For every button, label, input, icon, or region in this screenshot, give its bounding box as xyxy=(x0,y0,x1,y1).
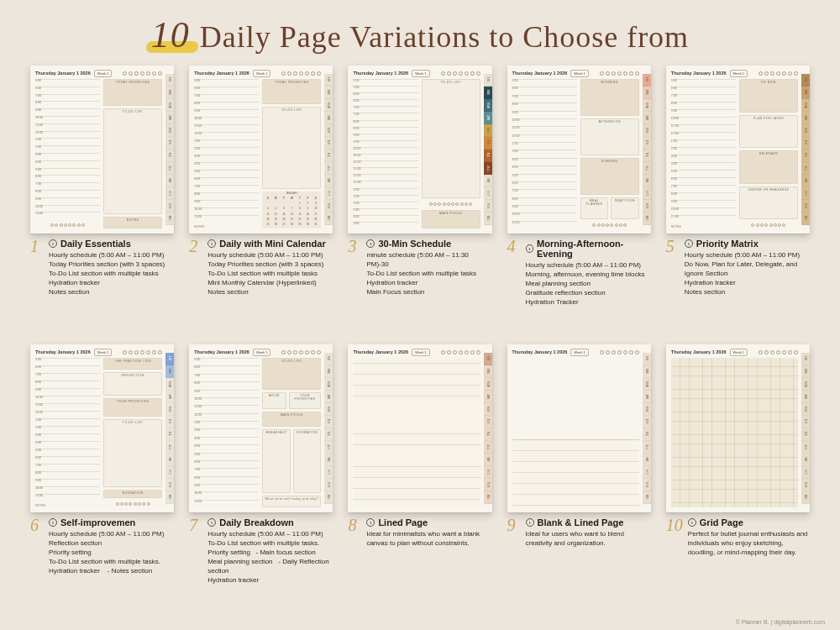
chevron-right-icon: › xyxy=(49,239,57,248)
month-tabs: JANFEBMARAPRMAYJUNJULAUGSEPOCTNOVDEC xyxy=(484,74,492,225)
month-tabs: JANFEBMARAPRMAYJUNJULAUGSEPOCTNOVDEC xyxy=(484,353,492,504)
main-focus-block xyxy=(422,210,480,228)
todo-block xyxy=(422,79,480,198)
variation-1: JANFEBMARAPRMAYJUNJULAUGSEPOCTNOVDEC Thu… xyxy=(30,66,174,338)
variation-number: 7 xyxy=(189,517,202,585)
evening-block xyxy=(580,158,639,195)
delegate-block xyxy=(739,150,798,184)
thumb-5: JANFEBMARAPRMAYJUNJULAUGSEPOCTNOVDEC Thu… xyxy=(666,66,810,234)
variation-bullets: Hourly schedule (5:00 AM – 11:00 PM)Toda… xyxy=(207,250,333,297)
todo-block xyxy=(262,107,321,189)
thumb-1: JANFEBMARAPRMAYJUNJULAUGSEPOCTNOVDEC Thu… xyxy=(30,66,174,234)
date-label: Thursday January 1 2026 xyxy=(35,71,91,76)
chevron-right-icon: › xyxy=(366,518,375,527)
hydration-tracker xyxy=(739,222,798,228)
thumb-6: JANFEBMARAPRMAYJUNJULAUGSEPOCTNOVDEC Thu… xyxy=(30,344,174,512)
variation-number: 10 xyxy=(666,517,683,557)
lined-area xyxy=(353,358,480,507)
practice-block xyxy=(103,358,162,370)
month-tabs: JANFEBMARAPRMAYJUNJULAUGSEPOCTNOVDEC xyxy=(643,353,651,504)
page-title: 10 Daily Page Variations to Choose from xyxy=(0,13,840,56)
chevron-right-icon: › xyxy=(207,239,216,248)
title-count: 10 xyxy=(151,13,190,56)
variation-5: JANFEBMARAPRMAYJUNJULAUGSEPOCTNOVDEC Thu… xyxy=(666,66,810,338)
variation-10: JANFEBMARAPRMAYJUNJULAUGSEPOCTNOVDEC Thu… xyxy=(666,344,810,617)
variation-number: 1 xyxy=(30,239,44,297)
todo-block xyxy=(262,358,321,390)
notes-label: NOTES xyxy=(35,504,100,507)
meal-planner-block xyxy=(580,197,609,219)
footer-credit: © Planner B. | digitalplannerb.com xyxy=(736,619,825,625)
variation-title: Blank & Lined Page xyxy=(538,517,624,528)
month-tabs: JANFEBMARAPRMAYJUNJULAUGSEPOCTNOVDEC xyxy=(324,74,333,225)
variation-title: Daily Breakdown xyxy=(219,517,294,528)
hour-schedule xyxy=(671,79,736,223)
hydration-tracker xyxy=(103,501,162,507)
priorities-block xyxy=(103,398,162,417)
morning-block xyxy=(580,79,639,116)
variation-4: JANFEBMARAPRMAYJUNJULAUGSEPOCTNOVDEC Thu… xyxy=(507,66,651,338)
reflection-block xyxy=(103,372,162,396)
mood-block xyxy=(262,392,286,409)
variation-title: Morning-Afternoon-Evening xyxy=(537,239,651,259)
variation-bullets: Ideal for users who want to blend creati… xyxy=(526,529,651,548)
thumb-10: JANFEBMARAPRMAYJUNJULAUGSEPOCTNOVDEC Thu… xyxy=(666,344,810,512)
hydration-block xyxy=(293,429,322,493)
variation-number: 9 xyxy=(507,517,521,548)
title-rest: Daily Page Variations to Choose from xyxy=(200,20,689,54)
today-priorities-block xyxy=(262,79,321,104)
blank-lined-area xyxy=(512,358,639,507)
variation-title: Daily Essentials xyxy=(60,239,131,249)
month-tabs: JANFEBMARAPRMAYJUNJULAUGSEPOCTNOVDEC xyxy=(324,353,333,504)
date-bar: Thursday January 1 2026 Week 1 xyxy=(35,69,162,77)
thumb-2: JANFEBMARAPRMAYJUNJULAUGSEPOCTNOVDEC Thu… xyxy=(189,66,333,234)
do-now-block xyxy=(739,79,798,113)
today-priorities-block xyxy=(103,79,162,106)
month-tabs: JANFEBMARAPRMAYJUNJULAUGSEPOCTNOVDEC xyxy=(643,74,651,225)
month-tabs: JANFEBMARAPRMAYJUNJULAUGSEPOCTNOVDEC xyxy=(165,74,174,225)
hydration-tracker xyxy=(422,201,480,207)
chevron-right-icon: › xyxy=(526,518,534,527)
main-focus-block xyxy=(262,412,321,427)
variation-title: Grid Page xyxy=(700,517,743,528)
month-tabs: JANFEBMARAPRMAYJUNJULAUGSEPOCTNOVDEC xyxy=(165,353,174,504)
hydration-tracker xyxy=(35,222,100,228)
variation-title: 30-Min Schedule xyxy=(378,239,451,249)
variation-title: Lined Page xyxy=(378,517,428,528)
thumb-3: JANFEBMARAPRMAYJUNJULAUGSEPOCTNOVDEC Thu… xyxy=(348,66,491,234)
variation-9: JANFEBMARAPRMAYJUNJULAUGSEPOCTNOVDEC Thu… xyxy=(507,344,651,617)
chevron-right-icon: › xyxy=(207,518,216,527)
variation-number: 8 xyxy=(348,517,361,548)
chevron-right-icon: › xyxy=(49,518,57,527)
meals-block xyxy=(262,429,291,493)
variation-title: Self-improvemen xyxy=(60,517,135,528)
variation-bullets: minute schedule (5:00 AM – 11:30 PM)-30T… xyxy=(366,250,491,297)
variation-bullets: Hourly schedule (5:00 AM – 11:00 PM)Do N… xyxy=(685,250,810,297)
plan-later-block xyxy=(739,115,798,149)
chevron-right-icon: › xyxy=(685,239,693,248)
variation-number: 3 xyxy=(348,239,361,297)
chevron-right-icon: › xyxy=(526,244,533,253)
variation-7: JANFEBMARAPRMAYJUNJULAUGSEPOCTNOVDEC Thu… xyxy=(189,344,333,617)
variation-6: JANFEBMARAPRMAYJUNJULAUGSEPOCTNOVDEC Thu… xyxy=(30,344,174,617)
variation-number: 5 xyxy=(666,239,680,297)
variation-number: 2 xyxy=(189,239,202,297)
gratitude-block xyxy=(611,197,639,219)
hour-schedule xyxy=(512,79,577,228)
chevron-right-icon: › xyxy=(366,239,375,248)
month-tabs: JANFEBMARAPRMAYJUNJULAUGSEPOCTNOVDEC xyxy=(801,74,810,225)
variation-number: 4 xyxy=(507,239,521,307)
thumb-4: JANFEBMARAPRMAYJUNJULAUGSEPOCTNOVDEC Thu… xyxy=(507,66,651,234)
variation-bullets: Hourly schedule (5:00 AM – 11:00 PM)Morn… xyxy=(526,260,651,307)
variation-bullets: Hourly schedule (5:00 AM – 11:00 PM)To-D… xyxy=(207,529,333,585)
variation-bullets: Hourly schedule (5:00 AM – 11:00 PM)Refl… xyxy=(49,529,174,575)
hour-schedule xyxy=(194,358,259,507)
daily-reflection-block xyxy=(262,496,321,507)
variations-grid: JANFEBMARAPRMAYJUNJULAUGSEPOCTNOVDEC Thu… xyxy=(30,66,810,617)
variation-bullets: Perfect for bullet journal enthusiasts a… xyxy=(688,529,810,557)
hour-schedule xyxy=(35,79,100,219)
month-tabs: JANFEBMARAPRMAYJUNJULAUGSEPOCTNOVDEC xyxy=(801,353,810,504)
chevron-right-icon: › xyxy=(688,518,696,527)
variation-title: Daily with Mini Calendar xyxy=(219,239,326,249)
halfhour-schedule xyxy=(353,79,417,228)
